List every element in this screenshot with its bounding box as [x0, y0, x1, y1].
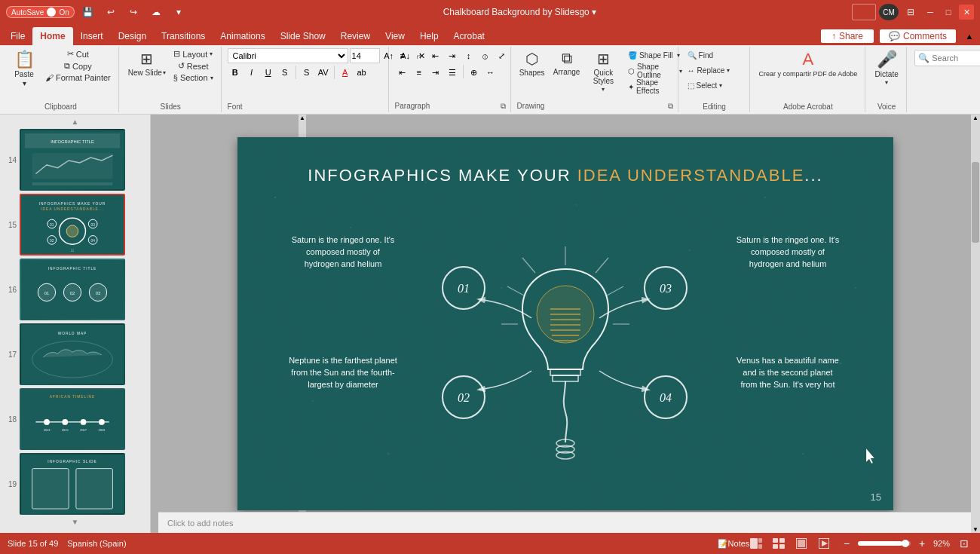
reading-view-button[interactable]: [793, 535, 810, 552]
text-direction-button[interactable]: ⤢: [495, 48, 510, 63]
share-button[interactable]: ↑ Share: [821, 29, 874, 43]
slide-item-18[interactable]: 18 AFRICAN TIMELINE 2013 2015 2017: [3, 388, 147, 450]
content-scroll-down[interactable]: ▼: [971, 526, 980, 533]
select-dropdown[interactable]: ▾: [719, 82, 722, 89]
shadow-button[interactable]: S: [299, 65, 314, 80]
zoom-slider[interactable]: [858, 541, 911, 546]
tab-design[interactable]: Design: [111, 27, 154, 45]
quick-styles-button[interactable]: ⊞ Quick Styles ▾: [586, 48, 621, 94]
title-dropdown-icon[interactable]: ▾: [592, 7, 596, 17]
slide-item-14[interactable]: 14 INFOGRAPHIC TITLE: [3, 129, 147, 191]
columns-button[interactable]: ⦶: [478, 48, 493, 63]
zoom-in-button[interactable]: +: [914, 535, 930, 552]
tab-slideshow[interactable]: Slide Show: [273, 27, 333, 45]
comments-button[interactable]: 💬 Comments: [880, 29, 956, 43]
maximize-button[interactable]: □: [941, 5, 956, 20]
tab-insert[interactable]: Insert: [73, 27, 111, 45]
smartart-button[interactable]: ⊕: [467, 65, 482, 80]
notes-button[interactable]: 📝 Notes: [725, 535, 742, 552]
slide-item-16[interactable]: 16 INFOGRAPHIC TITLE 01 02 03: [3, 259, 147, 320]
content-scroll-thumb[interactable]: [972, 162, 979, 243]
slide-thumb-15[interactable]: INFOGRAPHICS MAKE YOUR IDEA UNDERSTANDAB…: [20, 194, 125, 256]
slide-thumb-17[interactable]: WORLD MAP: [20, 323, 125, 385]
layout-dropdown-icon[interactable]: ▾: [210, 51, 213, 57]
normal-view-button[interactable]: [748, 535, 764, 552]
highlight-button[interactable]: ab: [354, 65, 369, 80]
scroll-up-button[interactable]: ▲: [3, 118, 147, 126]
bullet-list-button[interactable]: ≡: [395, 48, 410, 63]
layout-button[interactable]: ⊟ Layout ▾: [170, 48, 216, 60]
font-select[interactable]: Calibri: [228, 48, 348, 63]
tab-acrobat[interactable]: Acrobat: [446, 27, 492, 45]
slideshow-button[interactable]: [816, 535, 832, 552]
quick-styles-dropdown[interactable]: ▾: [602, 86, 605, 93]
paste-button[interactable]: 📋 Paste ▾: [8, 48, 41, 89]
numbered-list-button[interactable]: ⑁: [412, 48, 427, 63]
scroll-up-arrow[interactable]: ▲: [299, 115, 306, 121]
search-input[interactable]: [932, 54, 980, 63]
user-avatar[interactable]: CM: [879, 4, 899, 20]
customize-icon[interactable]: ▾: [170, 3, 188, 21]
select-button[interactable]: ⬚ Select ▾: [684, 78, 745, 92]
undo-icon[interactable]: ↩: [102, 3, 120, 21]
slide-thumb-16[interactable]: INFOGRAPHIC TITLE 01 02 03: [20, 259, 125, 320]
new-slide-button[interactable]: ⊞ New Slide ▾: [125, 48, 169, 78]
slide-canvas[interactable]: Infographics Make Your Idea Understandab…: [237, 137, 893, 510]
slide-thumb-19[interactable]: INFOGRAPHIC SLIDE: [20, 453, 125, 515]
drawing-expand-icon[interactable]: ⧉: [668, 102, 673, 111]
align-left-button[interactable]: ⇤: [395, 65, 410, 80]
shape-effects-button[interactable]: ✦ Shape Effects: [625, 80, 685, 93]
search-box[interactable]: [852, 4, 876, 20]
tab-file[interactable]: File: [3, 27, 32, 45]
new-slide-dropdown-icon[interactable]: ▾: [163, 69, 166, 76]
content-scrollbar[interactable]: ▲ ▼: [971, 115, 980, 533]
line-spacing-button[interactable]: ↕: [461, 48, 476, 63]
dictate-dropdown[interactable]: ▾: [885, 79, 888, 86]
scroll-down-button[interactable]: ▼: [3, 518, 147, 526]
reset-button[interactable]: ↺ Reset: [170, 60, 216, 72]
autosave-icon[interactable]: ☁: [147, 3, 165, 21]
para-expand-icon[interactable]: ⧉: [501, 102, 506, 111]
slide-sorter-button[interactable]: [770, 535, 787, 552]
convert-button[interactable]: ↔: [483, 65, 498, 80]
font-color-button[interactable]: A: [338, 65, 353, 80]
section-button[interactable]: § Section ▾: [170, 72, 216, 83]
tab-review[interactable]: Review: [333, 27, 378, 45]
shape-fill-button[interactable]: 🪣 Shape Fill ▾: [625, 48, 685, 62]
fit-slide-button[interactable]: ⊡: [956, 535, 972, 552]
tab-home[interactable]: Home: [32, 27, 72, 45]
decrease-indent-button[interactable]: ⇤: [428, 48, 443, 63]
zoom-thumb[interactable]: [902, 540, 909, 547]
format-painter-button[interactable]: 🖌 Format Painter: [42, 72, 114, 83]
shapes-button[interactable]: ⬡ Shapes: [517, 48, 547, 78]
copy-button[interactable]: ⧉ Copy: [42, 60, 114, 72]
tab-transitions[interactable]: Transitions: [154, 27, 213, 45]
bold-button[interactable]: B: [228, 65, 243, 80]
notes-placeholder[interactable]: Click to add notes: [167, 519, 233, 528]
tab-help[interactable]: Help: [412, 27, 446, 45]
redo-icon[interactable]: ↪: [124, 3, 142, 21]
slide-thumb-18[interactable]: AFRICAN TIMELINE 2013 2015 2017 2019: [20, 388, 125, 450]
find-button[interactable]: 🔍 Find: [684, 48, 745, 62]
slide-thumb-14[interactable]: INFOGRAPHIC TITLE: [20, 129, 125, 191]
tab-view[interactable]: View: [378, 27, 412, 45]
char-spacing-button[interactable]: AV: [316, 65, 331, 80]
section-dropdown-icon[interactable]: ▾: [210, 75, 213, 81]
minimize-button[interactable]: ─: [923, 5, 938, 20]
shape-outline-button[interactable]: ⬡ Shape Outline ▾: [625, 64, 685, 78]
ribbon-search-box[interactable]: 🔍: [914, 50, 980, 66]
cut-button[interactable]: ✂ Cut: [42, 48, 114, 60]
crear-button[interactable]: A Crear y compartir PDF de Adobe: [756, 48, 861, 79]
strikethrough-button[interactable]: S: [277, 65, 292, 80]
tab-animations[interactable]: Animations: [213, 27, 272, 45]
dictate-button[interactable]: 🎤 Dictate ▾: [871, 48, 902, 87]
autosave-toggle[interactable]: AutoSave On: [6, 6, 75, 18]
align-right-button[interactable]: ⇥: [428, 65, 443, 80]
underline-button[interactable]: U: [261, 65, 276, 80]
italic-button[interactable]: I: [244, 65, 259, 80]
ribbon-display-icon[interactable]: ⊟: [902, 3, 920, 21]
font-size-input[interactable]: [350, 48, 380, 63]
slide-item-15[interactable]: 15 INFOGRAPHICS MAKE YOUR IDEA UNDERSTAN…: [3, 194, 147, 256]
replace-button[interactable]: ↔ Replace ▾: [684, 63, 745, 77]
paste-dropdown[interactable]: ▾: [23, 79, 26, 87]
